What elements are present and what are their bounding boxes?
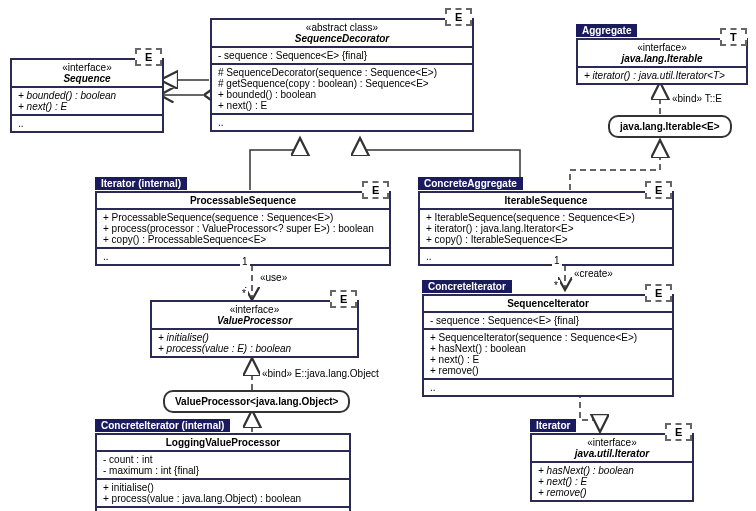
bound-iterable-e: java.lang.Iterable<E> — [608, 115, 732, 138]
mult-star: * — [552, 280, 560, 291]
extra: .. — [218, 117, 466, 128]
class-name: IterableSequence — [426, 195, 666, 206]
class-name: java.util.Iterator — [538, 448, 686, 459]
mult-1: 1 — [552, 255, 562, 266]
tag-iterator: Iterator — [530, 419, 576, 432]
mult-star: * — [240, 288, 248, 299]
attr: - sequence : Sequence<E> {final} — [430, 315, 666, 326]
stereotype: «interface» — [158, 304, 351, 315]
class-sequence-decorator: «abstract class» SequenceDecorator - seq… — [210, 18, 474, 132]
stereotype: «interface» — [538, 437, 686, 448]
op: # SequenceDecorator(sequence : Sequence<… — [218, 67, 466, 78]
op: + iterator() : java.util.Iterator<T> — [584, 70, 740, 81]
class-name: Sequence — [18, 73, 156, 84]
op: + bounded() : boolean — [18, 90, 156, 101]
op: + ProcessableSequence(sequence : Sequenc… — [103, 212, 383, 223]
class-name: SequenceDecorator — [218, 33, 466, 44]
op: + IterableSequence(sequence : Sequence<E… — [426, 212, 666, 223]
op: + initialise() — [103, 482, 343, 493]
op: + SequenceIterator(sequence : Sequence<E… — [430, 332, 666, 343]
tag-iterator-internal: Iterator (internal) — [95, 177, 187, 190]
bound-vp-object: ValueProcessor<java.lang.Object> — [163, 390, 350, 413]
op: + initialise() — [158, 332, 351, 343]
mult-1: 1 — [240, 256, 250, 267]
template-param: E — [135, 48, 162, 66]
class-java-util-iterator: «interface» java.util.Iterator + hasNext… — [530, 433, 694, 502]
extra: .. — [430, 382, 666, 393]
op: + next() : E — [538, 476, 686, 487]
op: + iterator() : java.lang.Iterator<E> — [426, 223, 666, 234]
stereotype: «interface» — [584, 42, 740, 53]
template-param: E — [645, 181, 672, 199]
extra: .. — [426, 251, 666, 262]
class-logging-value-processor: LoggingValueProcessor - count : int - ma… — [95, 433, 351, 511]
op: + remove() — [430, 365, 666, 376]
op: + next() : E — [430, 354, 666, 365]
tag-concrete-iterator-internal: ConcreteIterator (internal) — [95, 419, 230, 432]
op: + hasNext() : boolean — [430, 343, 666, 354]
create-label: «create» — [572, 268, 615, 279]
class-name: java.lang.Iterable — [584, 53, 740, 64]
class-name: ValueProcessor — [158, 315, 351, 326]
class-processable-sequence: ProcessableSequence + ProcessableSequenc… — [95, 191, 391, 266]
op: + hasNext() : boolean — [538, 465, 686, 476]
template-param: T — [720, 28, 747, 46]
attr: - sequence : Sequence<E> {final} — [218, 50, 466, 61]
class-value-processor: «interface» ValueProcessor + initialise(… — [150, 300, 359, 358]
op: + process(processor : ValueProcessor<? s… — [103, 223, 383, 234]
bind-label: «bind» T::E — [670, 93, 724, 104]
class-sequence-iterator: SequenceIterator - sequence : Sequence<E… — [422, 294, 674, 397]
class-sequence: «interface» Sequence + bounded() : boole… — [10, 58, 164, 133]
use-label: «use» — [258, 272, 289, 283]
tag-concrete-iterator: ConcreteIterator — [422, 280, 512, 293]
op: + process(value : E) : boolean — [158, 343, 351, 354]
template-param: E — [645, 284, 672, 302]
template-param: E — [362, 181, 389, 199]
template-param: E — [445, 8, 472, 26]
stereotype: «abstract class» — [218, 22, 466, 33]
op: # getSequence(copy : boolean) : Sequence… — [218, 78, 466, 89]
template-param: E — [665, 423, 692, 441]
class-iterable-sequence: IterableSequence + IterableSequence(sequ… — [418, 191, 674, 266]
class-name: LoggingValueProcessor — [103, 437, 343, 448]
op: + copy() : ProcessableSequence<E> — [103, 234, 383, 245]
extra: .. — [18, 118, 156, 129]
op: + next() : E — [218, 100, 466, 111]
op: + copy() : IterableSequence<E> — [426, 234, 666, 245]
attr: - maximum : int {final} — [103, 465, 343, 476]
tag-aggregate: Aggregate — [576, 24, 637, 37]
class-name: ProcessableSequence — [103, 195, 383, 206]
tag-concrete-aggregate: ConcreteAggregate — [418, 177, 523, 190]
op: + remove() — [538, 487, 686, 498]
op: + bounded() : boolean — [218, 89, 466, 100]
bind-label: «bind» E::java.lang.Object — [260, 368, 381, 379]
op: + next() : E — [18, 101, 156, 112]
template-param: E — [330, 290, 357, 308]
op: + process(value : java.lang.Object) : bo… — [103, 493, 343, 504]
attr: - count : int — [103, 454, 343, 465]
class-name: SequenceIterator — [430, 298, 666, 309]
